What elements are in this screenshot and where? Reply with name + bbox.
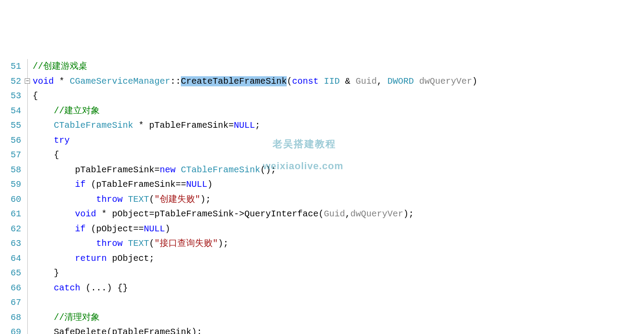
- code-line[interactable]: //建立对象: [33, 104, 644, 119]
- code-token: DWORD: [387, 76, 414, 86]
- code-line[interactable]: //创建游戏桌: [33, 59, 644, 74]
- code-token: );: [218, 238, 228, 249]
- code-token: (: [287, 76, 292, 86]
- code-token: CTableFrameSink: [181, 165, 260, 175]
- code-line[interactable]: [33, 295, 644, 310]
- code-token: &: [340, 76, 356, 86]
- code-token: return: [75, 253, 107, 263]
- code-token: }: [54, 268, 59, 278]
- line-number: 54: [0, 104, 21, 119]
- code-token: const: [292, 76, 318, 86]
- code-token: (...) {}: [80, 283, 128, 293]
- code-token: //清理对象: [54, 312, 100, 323]
- code-line[interactable]: if (pTableFrameSink==NULL): [33, 177, 644, 192]
- code-token: catch: [54, 283, 80, 293]
- code-token: try: [54, 135, 70, 145]
- code-token: {: [33, 91, 38, 101]
- line-number: 57: [0, 148, 21, 163]
- code-token: pObject;: [107, 253, 154, 263]
- line-number: 69: [0, 325, 21, 334]
- code-token: new: [160, 165, 176, 175]
- code-token: NULL: [234, 120, 255, 130]
- code-line[interactable]: SafeDelete(pTableFrameSink);: [33, 325, 644, 334]
- code-token: IID: [324, 76, 340, 86]
- code-token: (pObject==: [86, 224, 144, 234]
- code-line[interactable]: CTableFrameSink * pTableFrameSink=NULL;: [33, 118, 644, 133]
- code-token: if: [75, 224, 86, 234]
- code-token: [318, 76, 324, 86]
- code-token: throw: [96, 194, 123, 204]
- code-token: NULL: [144, 224, 165, 234]
- line-number: 67: [0, 295, 21, 310]
- code-line[interactable]: pTableFrameSink=new CTableFrameSink();: [33, 163, 644, 178]
- code-token: (: [149, 194, 154, 204]
- code-line[interactable]: throw TEXT("接口查询失败");: [33, 236, 644, 251]
- line-number: 64: [0, 251, 21, 266]
- line-number: 52: [0, 74, 21, 89]
- code-line[interactable]: //清理对象: [33, 310, 644, 325]
- line-number: 63: [0, 236, 21, 251]
- code-token: SafeDelete(pTableFrameSink);: [54, 327, 202, 334]
- line-number: 56: [0, 133, 21, 148]
- code-token: //创建游戏桌: [33, 61, 87, 71]
- line-number: 58: [0, 163, 21, 178]
- line-number: 53: [0, 89, 21, 104]
- code-line[interactable]: throw TEXT("创建失败");: [33, 192, 644, 207]
- line-number: 61: [0, 207, 21, 222]
- code-line[interactable]: void * CGameServiceManager::CreateTableF…: [33, 74, 644, 89]
- code-token: void: [75, 209, 96, 219]
- line-number: 59: [0, 177, 21, 192]
- code-token: NULL: [186, 179, 207, 189]
- code-line[interactable]: catch (...) {}: [33, 281, 644, 296]
- code-token: [123, 238, 128, 249]
- code-line[interactable]: return pObject;: [33, 251, 644, 266]
- code-token: );: [403, 209, 414, 219]
- code-token: ): [472, 76, 477, 86]
- code-token: * pTableFrameSink=: [133, 120, 234, 130]
- code-token: [123, 194, 128, 204]
- code-token: Guid: [356, 76, 377, 86]
- line-number: 66: [0, 281, 21, 296]
- code-line[interactable]: {: [33, 148, 644, 163]
- code-token: (: [149, 238, 154, 249]
- code-token: dwQueryVer: [419, 76, 472, 86]
- code-token: TEXT: [128, 194, 149, 204]
- code-line[interactable]: try: [33, 133, 644, 148]
- code-token: if: [75, 179, 86, 189]
- code-token: [176, 165, 181, 175]
- code-token: ;: [255, 120, 260, 130]
- code-token: dwQueryVer: [350, 209, 403, 219]
- code-line[interactable]: if (pObject==NULL): [33, 222, 644, 237]
- code-token: (pTableFrameSink==: [86, 179, 186, 189]
- code-editor[interactable]: 5152535455565758596061626364656667686970…: [0, 59, 644, 334]
- code-token: //建立对象: [54, 106, 100, 116]
- code-line[interactable]: {: [33, 89, 644, 104]
- code-line[interactable]: void * pObject=pTableFrameSink->QueryInt…: [33, 207, 644, 222]
- line-number: 55: [0, 118, 21, 133]
- code-token: ,: [377, 76, 387, 86]
- code-token: ,: [345, 209, 350, 219]
- code-token: CTableFrameSink: [54, 120, 133, 130]
- line-number: 62: [0, 222, 21, 237]
- code-token: *: [54, 76, 70, 86]
- line-number: 65: [0, 266, 21, 281]
- fold-toggle-icon[interactable]: −: [25, 78, 30, 84]
- code-token: * pObject=pTableFrameSink->QueryInterfac…: [96, 209, 324, 219]
- code-token: [414, 76, 419, 86]
- line-number: 68: [0, 310, 21, 325]
- code-token: throw: [96, 238, 123, 249]
- fold-margin[interactable]: −: [24, 59, 32, 334]
- code-line[interactable]: }: [33, 266, 644, 281]
- code-token: );: [200, 194, 211, 204]
- line-number: 51: [0, 59, 21, 74]
- code-token: "创建失败": [154, 194, 200, 204]
- code-token: Guid: [324, 209, 345, 219]
- code-area[interactable]: //创建游戏桌void * CGameServiceManager::Creat…: [32, 59, 644, 334]
- line-number-gutter: 5152535455565758596061626364656667686970…: [0, 59, 24, 334]
- code-token: ();: [260, 165, 276, 175]
- code-token: {: [54, 150, 59, 160]
- code-token: ::: [170, 76, 181, 86]
- code-token: ): [165, 224, 170, 234]
- code-token: CreateTableFrameSink: [181, 76, 287, 86]
- line-number: 60: [0, 192, 21, 207]
